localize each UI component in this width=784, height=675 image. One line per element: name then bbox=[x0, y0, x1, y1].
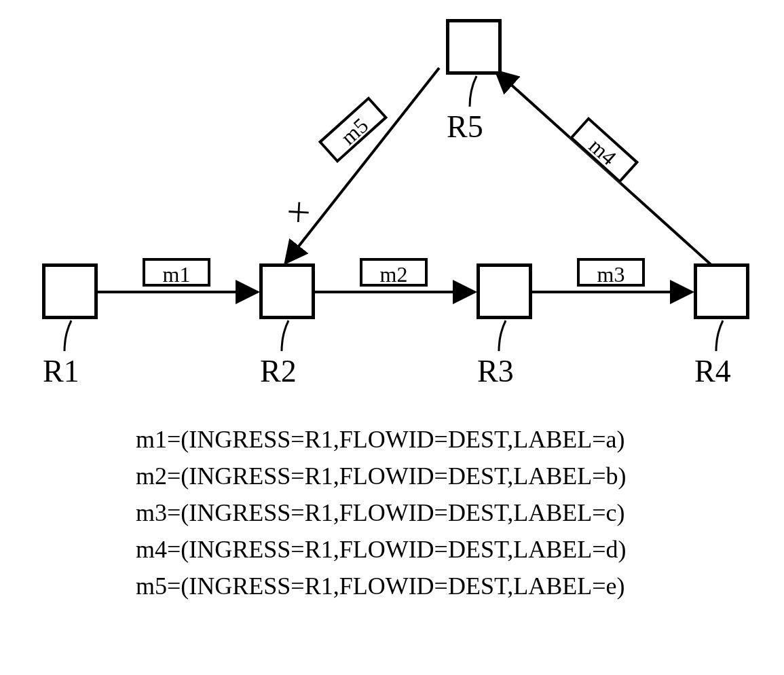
svg-line-4 bbox=[285, 68, 439, 263]
node-r4 bbox=[694, 263, 749, 319]
msg-m1: m1 bbox=[143, 258, 210, 287]
label-r1: R1 bbox=[43, 353, 79, 389]
label-r2: R2 bbox=[260, 353, 297, 389]
msg-m3: m3 bbox=[577, 258, 645, 287]
node-r3 bbox=[477, 263, 532, 319]
node-r1 bbox=[42, 263, 98, 319]
def-m1: m1=(INGRESS=R1,FLOWID=DEST,LABEL=a) bbox=[136, 421, 627, 458]
diagram-canvas: R1 R2 R3 R4 R5 m1 m2 m3 m4 m5 × m1=(INGR… bbox=[0, 0, 784, 675]
def-m2: m2=(INGRESS=R1,FLOWID=DEST,LABEL=b) bbox=[136, 458, 627, 494]
message-definitions: m1=(INGRESS=R1,FLOWID=DEST,LABEL=a) m2=(… bbox=[136, 421, 627, 604]
label-r3: R3 bbox=[477, 353, 514, 389]
label-r5: R5 bbox=[447, 109, 483, 145]
node-r2 bbox=[259, 263, 315, 319]
def-m5: m5=(INGRESS=R1,FLOWID=DEST,LABEL=e) bbox=[136, 568, 627, 604]
def-m3: m3=(INGRESS=R1,FLOWID=DEST,LABEL=c) bbox=[136, 494, 627, 531]
node-r5 bbox=[446, 19, 502, 75]
def-m4: m4=(INGRESS=R1,FLOWID=DEST,LABEL=d) bbox=[136, 531, 627, 568]
label-r4: R4 bbox=[694, 353, 731, 389]
msg-m2: m2 bbox=[360, 258, 428, 287]
